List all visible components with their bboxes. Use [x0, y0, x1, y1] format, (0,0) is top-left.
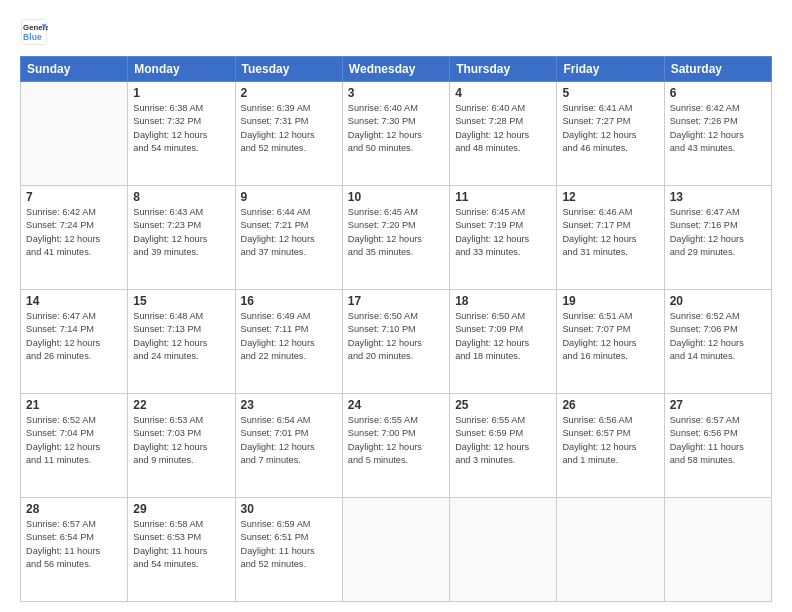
- calendar-day-cell: 10Sunrise: 6:45 AM Sunset: 7:20 PM Dayli…: [342, 186, 449, 290]
- day-number: 23: [241, 398, 337, 412]
- calendar-day-cell: 21Sunrise: 6:52 AM Sunset: 7:04 PM Dayli…: [21, 394, 128, 498]
- day-number: 19: [562, 294, 658, 308]
- day-info: Sunrise: 6:47 AM Sunset: 7:16 PM Dayligh…: [670, 206, 766, 259]
- calendar-day-cell: 28Sunrise: 6:57 AM Sunset: 6:54 PM Dayli…: [21, 498, 128, 602]
- day-number: 11: [455, 190, 551, 204]
- weekday-header: Thursday: [450, 57, 557, 82]
- calendar-day-cell: 11Sunrise: 6:45 AM Sunset: 7:19 PM Dayli…: [450, 186, 557, 290]
- calendar-week-row: 7Sunrise: 6:42 AM Sunset: 7:24 PM Daylig…: [21, 186, 772, 290]
- calendar-day-cell: 26Sunrise: 6:56 AM Sunset: 6:57 PM Dayli…: [557, 394, 664, 498]
- calendar-week-row: 21Sunrise: 6:52 AM Sunset: 7:04 PM Dayli…: [21, 394, 772, 498]
- weekday-header: Sunday: [21, 57, 128, 82]
- calendar-week-row: 28Sunrise: 6:57 AM Sunset: 6:54 PM Dayli…: [21, 498, 772, 602]
- day-number: 6: [670, 86, 766, 100]
- day-info: Sunrise: 6:53 AM Sunset: 7:03 PM Dayligh…: [133, 414, 229, 467]
- calendar-day-cell: [664, 498, 771, 602]
- calendar-day-cell: 27Sunrise: 6:57 AM Sunset: 6:56 PM Dayli…: [664, 394, 771, 498]
- day-info: Sunrise: 6:48 AM Sunset: 7:13 PM Dayligh…: [133, 310, 229, 363]
- day-number: 25: [455, 398, 551, 412]
- day-info: Sunrise: 6:56 AM Sunset: 6:57 PM Dayligh…: [562, 414, 658, 467]
- calendar-day-cell: 16Sunrise: 6:49 AM Sunset: 7:11 PM Dayli…: [235, 290, 342, 394]
- day-info: Sunrise: 6:49 AM Sunset: 7:11 PM Dayligh…: [241, 310, 337, 363]
- weekday-header: Monday: [128, 57, 235, 82]
- day-info: Sunrise: 6:45 AM Sunset: 7:19 PM Dayligh…: [455, 206, 551, 259]
- calendar-day-cell: 29Sunrise: 6:58 AM Sunset: 6:53 PM Dayli…: [128, 498, 235, 602]
- svg-text:Blue: Blue: [23, 32, 42, 42]
- day-info: Sunrise: 6:40 AM Sunset: 7:30 PM Dayligh…: [348, 102, 444, 155]
- calendar-day-cell: [342, 498, 449, 602]
- day-info: Sunrise: 6:57 AM Sunset: 6:56 PM Dayligh…: [670, 414, 766, 467]
- calendar-week-row: 1Sunrise: 6:38 AM Sunset: 7:32 PM Daylig…: [21, 82, 772, 186]
- day-number: 24: [348, 398, 444, 412]
- day-info: Sunrise: 6:58 AM Sunset: 6:53 PM Dayligh…: [133, 518, 229, 571]
- day-info: Sunrise: 6:43 AM Sunset: 7:23 PM Dayligh…: [133, 206, 229, 259]
- calendar-day-cell: 17Sunrise: 6:50 AM Sunset: 7:10 PM Dayli…: [342, 290, 449, 394]
- weekday-header: Wednesday: [342, 57, 449, 82]
- day-number: 1: [133, 86, 229, 100]
- day-number: 8: [133, 190, 229, 204]
- day-number: 18: [455, 294, 551, 308]
- calendar-day-cell: 3Sunrise: 6:40 AM Sunset: 7:30 PM Daylig…: [342, 82, 449, 186]
- calendar-day-cell: 24Sunrise: 6:55 AM Sunset: 7:00 PM Dayli…: [342, 394, 449, 498]
- day-number: 7: [26, 190, 122, 204]
- day-info: Sunrise: 6:39 AM Sunset: 7:31 PM Dayligh…: [241, 102, 337, 155]
- calendar-day-cell: 1Sunrise: 6:38 AM Sunset: 7:32 PM Daylig…: [128, 82, 235, 186]
- calendar-day-cell: 14Sunrise: 6:47 AM Sunset: 7:14 PM Dayli…: [21, 290, 128, 394]
- day-number: 17: [348, 294, 444, 308]
- calendar-day-cell: 20Sunrise: 6:52 AM Sunset: 7:06 PM Dayli…: [664, 290, 771, 394]
- day-info: Sunrise: 6:38 AM Sunset: 7:32 PM Dayligh…: [133, 102, 229, 155]
- calendar-day-cell: 25Sunrise: 6:55 AM Sunset: 6:59 PM Dayli…: [450, 394, 557, 498]
- calendar-day-cell: 18Sunrise: 6:50 AM Sunset: 7:09 PM Dayli…: [450, 290, 557, 394]
- day-info: Sunrise: 6:52 AM Sunset: 7:04 PM Dayligh…: [26, 414, 122, 467]
- day-info: Sunrise: 6:42 AM Sunset: 7:26 PM Dayligh…: [670, 102, 766, 155]
- calendar-day-cell: 30Sunrise: 6:59 AM Sunset: 6:51 PM Dayli…: [235, 498, 342, 602]
- calendar-day-cell: [21, 82, 128, 186]
- calendar-day-cell: [557, 498, 664, 602]
- day-info: Sunrise: 6:52 AM Sunset: 7:06 PM Dayligh…: [670, 310, 766, 363]
- day-info: Sunrise: 6:40 AM Sunset: 7:28 PM Dayligh…: [455, 102, 551, 155]
- calendar-day-cell: 8Sunrise: 6:43 AM Sunset: 7:23 PM Daylig…: [128, 186, 235, 290]
- calendar-day-cell: 15Sunrise: 6:48 AM Sunset: 7:13 PM Dayli…: [128, 290, 235, 394]
- day-number: 29: [133, 502, 229, 516]
- day-number: 13: [670, 190, 766, 204]
- calendar-table: SundayMondayTuesdayWednesdayThursdayFrid…: [20, 56, 772, 602]
- day-info: Sunrise: 6:57 AM Sunset: 6:54 PM Dayligh…: [26, 518, 122, 571]
- day-info: Sunrise: 6:41 AM Sunset: 7:27 PM Dayligh…: [562, 102, 658, 155]
- calendar-day-cell: 6Sunrise: 6:42 AM Sunset: 7:26 PM Daylig…: [664, 82, 771, 186]
- day-number: 3: [348, 86, 444, 100]
- day-info: Sunrise: 6:54 AM Sunset: 7:01 PM Dayligh…: [241, 414, 337, 467]
- day-number: 4: [455, 86, 551, 100]
- calendar-day-cell: 4Sunrise: 6:40 AM Sunset: 7:28 PM Daylig…: [450, 82, 557, 186]
- calendar-week-row: 14Sunrise: 6:47 AM Sunset: 7:14 PM Dayli…: [21, 290, 772, 394]
- day-info: Sunrise: 6:59 AM Sunset: 6:51 PM Dayligh…: [241, 518, 337, 571]
- calendar-day-cell: 13Sunrise: 6:47 AM Sunset: 7:16 PM Dayli…: [664, 186, 771, 290]
- day-number: 12: [562, 190, 658, 204]
- calendar-day-cell: 22Sunrise: 6:53 AM Sunset: 7:03 PM Dayli…: [128, 394, 235, 498]
- day-number: 21: [26, 398, 122, 412]
- calendar-day-cell: 23Sunrise: 6:54 AM Sunset: 7:01 PM Dayli…: [235, 394, 342, 498]
- weekday-header: Friday: [557, 57, 664, 82]
- day-number: 16: [241, 294, 337, 308]
- day-number: 30: [241, 502, 337, 516]
- day-number: 20: [670, 294, 766, 308]
- day-number: 22: [133, 398, 229, 412]
- day-info: Sunrise: 6:45 AM Sunset: 7:20 PM Dayligh…: [348, 206, 444, 259]
- calendar-day-cell: 19Sunrise: 6:51 AM Sunset: 7:07 PM Dayli…: [557, 290, 664, 394]
- weekday-header-row: SundayMondayTuesdayWednesdayThursdayFrid…: [21, 57, 772, 82]
- day-number: 28: [26, 502, 122, 516]
- day-info: Sunrise: 6:44 AM Sunset: 7:21 PM Dayligh…: [241, 206, 337, 259]
- day-number: 15: [133, 294, 229, 308]
- day-info: Sunrise: 6:50 AM Sunset: 7:09 PM Dayligh…: [455, 310, 551, 363]
- logo: General Blue: [20, 18, 48, 46]
- day-number: 2: [241, 86, 337, 100]
- calendar-day-cell: [450, 498, 557, 602]
- day-info: Sunrise: 6:55 AM Sunset: 7:00 PM Dayligh…: [348, 414, 444, 467]
- day-number: 27: [670, 398, 766, 412]
- calendar-day-cell: 5Sunrise: 6:41 AM Sunset: 7:27 PM Daylig…: [557, 82, 664, 186]
- calendar-day-cell: 7Sunrise: 6:42 AM Sunset: 7:24 PM Daylig…: [21, 186, 128, 290]
- weekday-header: Tuesday: [235, 57, 342, 82]
- day-info: Sunrise: 6:42 AM Sunset: 7:24 PM Dayligh…: [26, 206, 122, 259]
- weekday-header: Saturday: [664, 57, 771, 82]
- day-info: Sunrise: 6:55 AM Sunset: 6:59 PM Dayligh…: [455, 414, 551, 467]
- day-number: 5: [562, 86, 658, 100]
